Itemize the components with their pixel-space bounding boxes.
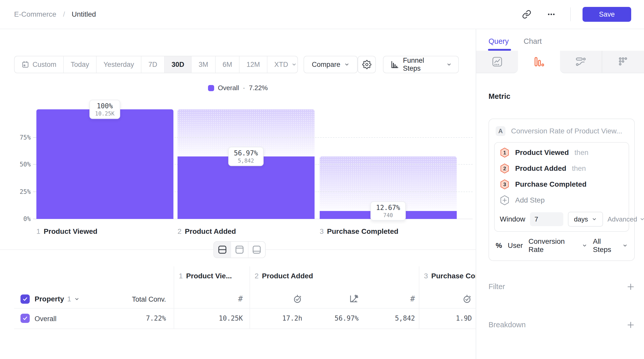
date-range-6m[interactable]: 6M	[216, 56, 240, 73]
column-time-step2[interactable]	[255, 294, 302, 304]
date-range-30d[interactable]: 30D	[165, 56, 192, 73]
tab-chart[interactable]: Chart	[524, 37, 542, 46]
hash-icon: #	[410, 294, 415, 303]
bar-label-count: 10.25K	[95, 111, 115, 117]
date-range-today[interactable]: Today	[64, 56, 97, 73]
panel-tab-bar: Query Chart	[476, 29, 644, 51]
metric-summary-row[interactable]: A Conversion Rate of Product View...	[494, 124, 629, 138]
chart-legend[interactable]: Overall · 7.22%	[0, 84, 476, 92]
legend-dot: ·	[243, 84, 245, 92]
table-group-step3: 3 Purchase Completed	[424, 272, 476, 280]
advanced-toggle[interactable]: Advanced	[608, 215, 644, 223]
window-value-input[interactable]	[530, 212, 563, 226]
chevron-down-icon	[344, 62, 349, 67]
add-step-hexagon-plus-icon	[500, 195, 510, 205]
bar-label-percent: 56.97%	[234, 149, 258, 157]
stopwatch-check-icon	[293, 294, 302, 304]
add-step-label: Add Step	[515, 196, 545, 204]
layout-table-only-button[interactable]	[248, 242, 265, 258]
add-step-button[interactable]: Add Step	[500, 192, 624, 208]
compare-button[interactable]: Compare	[304, 56, 358, 73]
add-breakdown-button[interactable]	[627, 321, 635, 329]
metric-badge: A	[496, 126, 505, 136]
property-dropdown[interactable]: Property 1	[35, 295, 79, 303]
row-checkbox-overall[interactable]	[20, 314, 30, 323]
column-count-step1[interactable]: #	[179, 294, 243, 303]
step-name: Purchase Completed	[327, 227, 399, 236]
chevron-down-icon	[74, 297, 79, 302]
group-number: 1	[179, 272, 183, 280]
date-range-3m[interactable]: 3M	[192, 56, 216, 73]
chart-type-tab-flow[interactable]	[560, 51, 602, 73]
table-group-step1: 1 Product Vie...	[179, 272, 243, 280]
measure-metric-label: Conversion Rate	[528, 237, 579, 254]
breadcrumb-title[interactable]: Untitled	[72, 10, 96, 18]
cell-step2-count: 5,842	[366, 314, 415, 322]
share-link-button[interactable]	[520, 7, 534, 22]
more-options-button[interactable]	[544, 7, 558, 22]
total-conv-header[interactable]: Total Conv.	[102, 295, 166, 303]
layout-split-button[interactable]	[214, 242, 231, 258]
select-all-checkbox[interactable]	[20, 294, 30, 304]
chevron-down-icon	[592, 217, 597, 222]
table-header-divider	[14, 308, 476, 309]
column-rate-step2[interactable]	[307, 294, 359, 304]
gear-icon	[362, 60, 371, 69]
measure-scope-select[interactable]: All Steps	[593, 237, 628, 254]
y-axis-tick-0: 0%	[8, 215, 31, 223]
breadcrumb-project[interactable]: E-Commerce	[14, 10, 56, 18]
group-number: 3	[424, 272, 428, 280]
save-button[interactable]: Save	[583, 7, 631, 22]
x-axis-label-step1: 1 Product Viewed	[36, 227, 97, 236]
funnel-steps-card: 1 Product Viewed then 2 Product Added th…	[494, 142, 629, 232]
line-chart-icon	[492, 56, 503, 67]
date-range-7d[interactable]: 7D	[141, 56, 165, 73]
cell-step3-time: 1.9D	[425, 314, 472, 322]
funnel-bar-step1[interactable]	[36, 109, 173, 219]
tab-query[interactable]: Query	[489, 37, 509, 46]
step-badge-icon: 2	[500, 163, 510, 174]
measure-metric-select[interactable]: Conversion Rate	[528, 237, 587, 254]
split-rows-icon	[218, 245, 227, 254]
property-label: Property	[35, 295, 64, 303]
date-range-custom[interactable]: Custom	[15, 56, 64, 73]
chevron-down-icon	[446, 62, 452, 67]
measure-user[interactable]: User	[508, 241, 523, 250]
chart-type-tab-retention[interactable]	[602, 51, 644, 73]
group-name: Product Added	[262, 272, 313, 280]
chart-type-tab-funnel[interactable]	[518, 51, 560, 73]
funnel-step-1[interactable]: 1 Product Viewed then	[500, 145, 624, 161]
window-label: Window	[500, 215, 525, 223]
cell-step2-time: 17.2h	[255, 314, 302, 322]
step-number: 3	[320, 227, 324, 236]
dots-grid-icon	[617, 56, 629, 67]
step-badge-number: 1	[500, 147, 510, 158]
date-range-xtd[interactable]: XTD	[267, 56, 298, 73]
layout-chart-only-button[interactable]	[231, 242, 248, 258]
table-column-divider	[250, 266, 250, 329]
layout-toggle	[213, 241, 266, 258]
date-range-yesterday[interactable]: Yesterday	[97, 56, 141, 73]
column-time-step3[interactable]	[425, 294, 472, 304]
funnel-step-3[interactable]: 3 Purchase Completed	[500, 176, 624, 192]
add-filter-button[interactable]	[627, 283, 635, 291]
chart-type-tab-line[interactable]	[476, 51, 518, 73]
column-count-step2[interactable]: #	[366, 294, 415, 303]
stopwatch-check-icon	[462, 294, 472, 304]
breadcrumb: E-Commerce / Untitled	[14, 10, 96, 18]
date-range-12m[interactable]: 12M	[240, 56, 267, 73]
step-name: Product Viewed	[44, 227, 98, 236]
conversion-window-row: Window days Advanced	[500, 208, 624, 229]
chart-settings-button[interactable]	[358, 56, 376, 73]
flow-journey-icon	[575, 56, 586, 67]
step-number: 2	[178, 227, 182, 236]
chart-type-selector[interactable]: Funnel Steps	[383, 56, 459, 73]
ellipsis-icon	[547, 10, 556, 19]
chevron-down-icon	[622, 243, 628, 248]
bar-label-step1: 100% 10.25K	[89, 100, 120, 119]
window-unit-select[interactable]: days	[568, 212, 603, 227]
topbar-actions: Save	[520, 7, 631, 22]
row-label-overall: Overall	[35, 315, 57, 323]
funnel-step-2[interactable]: 2 Product Added then	[500, 161, 624, 176]
advanced-label: Advanced	[608, 215, 637, 223]
